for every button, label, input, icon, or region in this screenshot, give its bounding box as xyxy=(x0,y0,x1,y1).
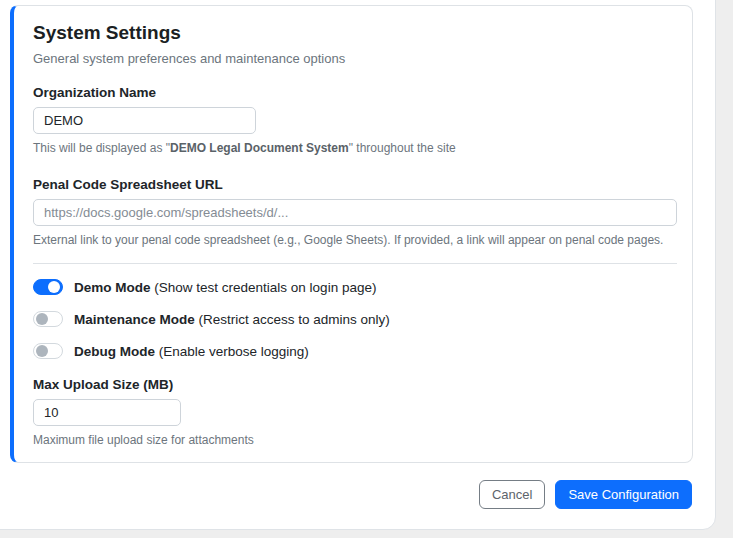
page-title: System Settings xyxy=(33,22,677,44)
maintenance-mode-label: Maintenance Mode (Restrict access to adm… xyxy=(74,312,390,327)
demo-mode-label: Demo Mode (Show test credentials on logi… xyxy=(74,280,376,295)
help-suffix: " throughout the site xyxy=(349,141,456,155)
demo-mode-row: Demo Mode (Show test credentials on logi… xyxy=(33,278,677,296)
organization-name-label: Organization Name xyxy=(33,85,677,100)
help-prefix: This will be displayed as " xyxy=(33,141,170,155)
penal-code-url-input[interactable] xyxy=(33,199,677,226)
toggle-knob xyxy=(48,281,60,293)
cancel-button[interactable]: Cancel xyxy=(479,480,545,509)
debug-mode-row: Debug Mode (Enable verbose logging) xyxy=(33,342,677,360)
max-upload-size-label: Max Upload Size (MB) xyxy=(33,377,677,392)
toggle-knob xyxy=(36,345,48,357)
footer-actions: Cancel Save Configuration xyxy=(10,480,692,509)
organization-name-input[interactable] xyxy=(33,107,256,134)
demo-mode-toggle[interactable] xyxy=(33,279,63,295)
section-divider xyxy=(33,263,677,264)
help-bold: DEMO Legal Document System xyxy=(170,141,349,155)
system-settings-card: System Settings General system preferenc… xyxy=(10,5,693,463)
organization-name-help: This will be displayed as "DEMO Legal Do… xyxy=(33,141,677,156)
max-upload-size-help: Maximum file upload size for attachments xyxy=(33,433,677,448)
debug-mode-label: Debug Mode (Enable verbose logging) xyxy=(74,344,309,359)
maintenance-mode-row: Maintenance Mode (Restrict access to adm… xyxy=(33,310,677,328)
page-subtitle: General system preferences and maintenan… xyxy=(33,51,677,66)
penal-code-url-help: External link to your penal code spreads… xyxy=(33,233,677,248)
save-configuration-button[interactable]: Save Configuration xyxy=(555,480,692,509)
max-upload-size-input[interactable] xyxy=(33,399,181,426)
penal-code-url-label: Penal Code Spreadsheet URL xyxy=(33,177,677,192)
maintenance-mode-toggle[interactable] xyxy=(33,311,63,327)
debug-mode-toggle[interactable] xyxy=(33,343,63,359)
toggle-knob xyxy=(36,313,48,325)
